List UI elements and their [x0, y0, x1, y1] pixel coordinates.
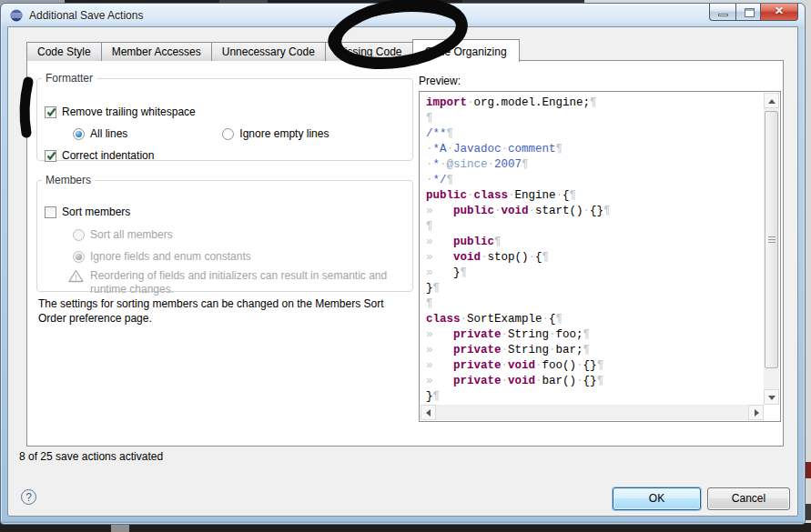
arrow-up-icon	[768, 99, 776, 104]
svg-text:!: !	[75, 273, 77, 282]
tab-member-accesses[interactable]: Member Accesses	[101, 42, 212, 61]
background-right-strip	[805, 7, 811, 525]
background-artifact	[111, 524, 129, 532]
code-line: » public¶	[426, 235, 764, 250]
sort-members-checkbox[interactable]	[45, 206, 56, 218]
scroll-right-button[interactable]	[748, 405, 764, 420]
all-lines-radio[interactable]	[73, 128, 85, 140]
sort-members-warning: ! Reordering of fields and initializers …	[68, 269, 400, 296]
code-line: ¶	[426, 296, 764, 312]
ok-button[interactable]: OK	[613, 487, 701, 510]
members-group: Members Sort members Sort all members Ig…	[36, 174, 413, 292]
all-lines-label: All lines	[90, 127, 127, 140]
title-bar[interactable]: Additional Save Actions ✕	[1, 4, 805, 27]
preview-pane: import·org.model.Engine;¶¶/**¶·*A·Javado…	[419, 91, 781, 422]
preview-vertical-scrollbar[interactable]	[764, 93, 779, 405]
help-button[interactable]: ?	[21, 489, 36, 505]
minimize-icon	[718, 14, 728, 16]
ignore-fields-enum-label: Ignore fields and enum constants	[90, 250, 251, 263]
code-line: /**¶	[426, 126, 764, 142]
remove-trailing-whitespace-label: Remove trailing whitespace	[62, 105, 196, 118]
tab-code-style[interactable]: Code Style	[26, 42, 102, 61]
eclipse-logo-icon	[9, 8, 24, 23]
cancel-button[interactable]: Cancel	[707, 487, 790, 510]
trailing-whitespace-options-row: All lines Ignore empty lines	[73, 127, 400, 140]
code-line: ¶	[426, 219, 764, 235]
tab-code-organizing[interactable]: Code Organizing	[412, 39, 520, 62]
correct-indentation-row: Correct indentation	[45, 149, 154, 162]
warning-text: Reordering of fields and initializers ca…	[90, 269, 400, 296]
background-artifact	[806, 462, 811, 478]
preview-code: import·org.model.Engine;¶¶/**¶·*A·Javado…	[421, 93, 764, 405]
correct-indentation-label: Correct indentation	[62, 149, 154, 162]
remove-trailing-whitespace-checkbox[interactable]	[45, 106, 56, 118]
window-controls: ✕	[709, 4, 798, 21]
status-text: 8 of 25 save actions activated	[19, 450, 163, 463]
code-line: ·*A·Javadoc·comment¶	[426, 142, 764, 157]
members-sort-order-note: The settings for sorting members can be …	[38, 296, 413, 326]
maximize-icon	[745, 8, 755, 17]
formatter-group-label: Formatter	[42, 72, 96, 85]
code-line: class·SortExample·{¶	[426, 312, 764, 327]
ignore-fields-enum-radio[interactable]	[73, 251, 85, 263]
preview-label: Preview:	[419, 75, 461, 87]
code-line: » private·void·foo()·{}¶	[426, 358, 764, 374]
preview-horizontal-scrollbar[interactable]	[421, 405, 764, 420]
tab-unnecessary-code[interactable]: Unnecessary Code	[211, 42, 326, 61]
members-group-label: Members	[42, 174, 95, 186]
minimize-button[interactable]	[709, 4, 736, 21]
code-line: ¶	[426, 111, 764, 126]
code-line: » private·void·bar()·{}¶	[426, 374, 764, 389]
code-line: » private·String·foo;¶	[426, 327, 764, 343]
tab-missing-code[interactable]: Missing Code	[325, 42, 413, 61]
scroll-up-button[interactable]	[764, 93, 779, 108]
code-line: public·class·Engine·{¶	[426, 188, 764, 204]
scroll-down-button[interactable]	[764, 389, 779, 405]
ignore-empty-lines-label: Ignore empty lines	[239, 127, 329, 140]
sort-members-row: Sort members	[45, 206, 130, 218]
scroll-left-button[interactable]	[421, 405, 436, 420]
formatter-group: Formatter Remove trailing whitespace All…	[36, 72, 413, 161]
sort-all-members-row: Sort all members	[73, 228, 173, 241]
code-line: » }¶	[426, 266, 764, 281]
warning-icon: !	[68, 269, 84, 283]
background-artifact	[806, 504, 811, 520]
code-line: }¶	[426, 389, 764, 405]
remove-trailing-whitespace-row: Remove trailing whitespace	[45, 105, 196, 118]
ignore-fields-row: Ignore fields and enum constants	[73, 250, 251, 263]
arrow-left-icon	[426, 409, 431, 417]
ignore-empty-lines-radio[interactable]	[222, 128, 234, 140]
vertical-scroll-thumb[interactable]	[765, 111, 778, 368]
code-line: » private·String·bar;¶	[426, 343, 764, 358]
tab-panel-code-organizing: Formatter Remove trailing whitespace All…	[26, 60, 784, 447]
dialog-window: Additional Save Actions ✕ Code StyleMemb…	[0, 3, 806, 525]
code-line: ·*·@since·2007¶	[426, 157, 764, 173]
maximize-button[interactable]	[735, 4, 761, 21]
sort-members-label: Sort members	[62, 206, 130, 218]
sort-all-members-label: Sort all members	[90, 228, 173, 241]
sort-all-members-radio[interactable]	[73, 229, 85, 241]
code-line: » void·stop()·{¶	[426, 250, 764, 266]
arrow-right-icon	[755, 409, 759, 417]
code-line: » public·void·start()·{}¶	[426, 204, 764, 219]
close-button[interactable]: ✕	[760, 4, 798, 21]
window-title: Additional Save Actions	[29, 9, 143, 22]
dialog-client-area: Code StyleMember AccessesUnnecessary Cod…	[7, 26, 798, 517]
code-line: import·org.model.Engine;¶	[426, 95, 764, 111]
tab-bar: Code StyleMember AccessesUnnecessary Cod…	[26, 38, 520, 61]
close-icon: ✕	[761, 5, 797, 17]
arrow-down-icon	[768, 396, 776, 400]
code-line: ·*/¶	[426, 173, 764, 188]
code-line: }¶	[426, 281, 764, 296]
correct-indentation-checkbox[interactable]	[45, 150, 56, 162]
